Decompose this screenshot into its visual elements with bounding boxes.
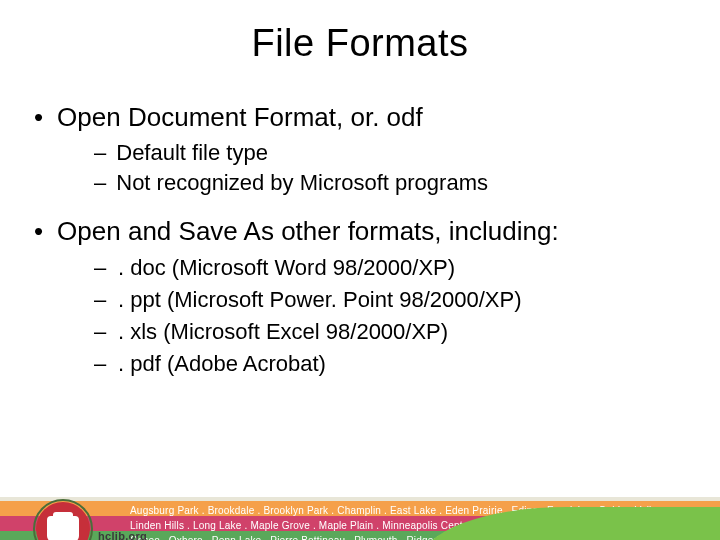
dash-icon: –	[94, 169, 106, 197]
dash-icon: –	[94, 253, 104, 283]
footer-url: hclib.org	[98, 530, 147, 540]
bullet-dot-icon: •	[34, 215, 43, 247]
sub-bullet-text: Default file type	[116, 139, 268, 167]
bullet-text: Open and Save As other formats, includin…	[57, 215, 559, 247]
slide-content: • Open Document Format, or. odf – Defaul…	[0, 101, 720, 379]
dash-icon: –	[94, 349, 104, 379]
sub-bullet-text: . ppt (Microsoft Power. Point 98/2000/XP…	[118, 285, 522, 315]
sub-bullet-text: . pdf (Adobe Acrobat)	[118, 349, 326, 379]
sub-list: – . doc (Microsoft Word 98/2000/XP) – . …	[94, 253, 692, 379]
slide: File Formats • Open Document Format, or.…	[0, 22, 720, 540]
sub-bullet-item: – . xls (Microsoft Excel 98/2000/XP)	[94, 317, 692, 347]
bullet-dot-icon: •	[34, 101, 43, 133]
bullet-text: Open Document Format, or. odf	[57, 101, 423, 133]
sub-bullet-item: – Not recognized by Microsoft programs	[94, 169, 692, 197]
dash-icon: –	[94, 139, 106, 167]
sub-list: – Default file type – Not recognized by …	[94, 139, 692, 197]
slide-title: File Formats	[0, 22, 720, 65]
footer-banner: Augsburg Park . Brookdale . Brooklyn Par…	[0, 494, 720, 540]
sub-bullet-text: . doc (Microsoft Word 98/2000/XP)	[118, 253, 455, 283]
sub-bullet-item: – . pdf (Adobe Acrobat)	[94, 349, 692, 379]
bullet-item: • Open Document Format, or. odf	[28, 101, 692, 133]
sub-bullet-text: . xls (Microsoft Excel 98/2000/XP)	[118, 317, 448, 347]
dash-icon: –	[94, 285, 104, 315]
sub-bullet-item: – . doc (Microsoft Word 98/2000/XP)	[94, 253, 692, 283]
sub-bullet-text: Not recognized by Microsoft programs	[116, 169, 488, 197]
book-icon	[47, 516, 79, 540]
sub-bullet-item: – Default file type	[94, 139, 692, 167]
bullet-item: • Open and Save As other formats, includ…	[28, 215, 692, 247]
sub-bullet-item: – . ppt (Microsoft Power. Point 98/2000/…	[94, 285, 692, 315]
dash-icon: –	[94, 317, 104, 347]
